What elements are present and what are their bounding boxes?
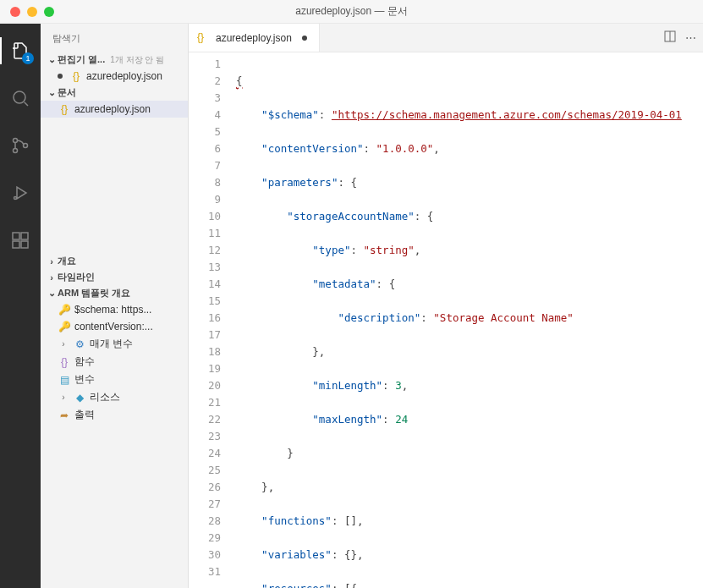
line-number: 29 xyxy=(189,530,221,547)
arm-outline-section[interactable]: ⌄ ARM 템플릿 개요 xyxy=(41,285,188,301)
sidebar-title: 탐색기 xyxy=(41,24,188,52)
more-actions-icon[interactable]: ⋯ xyxy=(685,31,696,44)
code-editor[interactable]: 1 2 3 4 5 6 7 8 9 10 11 12 13 14 15 16 1… xyxy=(189,52,703,588)
line-number: 19 xyxy=(189,360,221,377)
workspace-label: 문서 xyxy=(58,86,76,99)
arm-parameters-label: 매개 변수 xyxy=(90,337,133,351)
line-number: 3 xyxy=(189,90,221,107)
chevron-right-icon: › xyxy=(58,393,69,402)
run-debug-icon[interactable] xyxy=(0,173,41,213)
chevron-right-icon: › xyxy=(58,339,69,349)
line-number: 8 xyxy=(189,174,221,191)
tab-label: azuredeploy.json xyxy=(216,32,292,44)
tab-azuredeploy[interactable]: {} azuredeploy.json xyxy=(189,24,320,52)
unsaved-indicator-icon xyxy=(58,74,63,79)
source-control-icon[interactable] xyxy=(0,125,41,166)
line-number: 15 xyxy=(189,293,221,310)
svg-point-4 xyxy=(14,197,17,200)
line-number: 10 xyxy=(189,208,221,225)
open-editors-label: 편집기 열... xyxy=(58,53,105,66)
arm-item-schema[interactable]: 🔑 $schema: https... xyxy=(41,301,188,318)
line-number: 4 xyxy=(189,107,221,124)
svg-point-2 xyxy=(14,149,18,153)
arm-item-contentversion[interactable]: 🔑 contentVersion:... xyxy=(41,318,188,335)
arm-item-functions[interactable]: {} 함수 xyxy=(41,353,188,371)
sidebar: 탐색기 ⌄ 편집기 열... 1개 저장 안 됨 {} azuredeploy.… xyxy=(41,24,189,588)
arm-variables-label: 변수 xyxy=(74,372,95,387)
line-number: 2 xyxy=(189,73,221,90)
unsaved-indicator-icon xyxy=(302,36,307,41)
chevron-down-icon: ⌄ xyxy=(46,54,58,65)
line-number: 12 xyxy=(189,242,221,259)
arm-item-outputs[interactable]: ➦ 출력 xyxy=(41,406,188,424)
explorer-icon[interactable]: 1 xyxy=(0,30,41,71)
line-number: 28 xyxy=(189,513,221,530)
line-number: 6 xyxy=(189,140,221,157)
line-number: 24 xyxy=(189,445,221,462)
open-editor-file-label: azuredeploy.json xyxy=(86,70,162,82)
arm-contentversion-label: contentVersion:... xyxy=(74,321,153,332)
svg-point-1 xyxy=(14,139,18,143)
window-controls xyxy=(0,7,54,17)
line-number: 13 xyxy=(189,259,221,276)
line-number: 14 xyxy=(189,276,221,293)
arm-outline-label: ARM 템플릿 개요 xyxy=(58,287,130,299)
outputs-icon: ➦ xyxy=(58,409,71,422)
line-number: 20 xyxy=(189,377,221,394)
workspace-file-label: azuredeploy.json xyxy=(74,103,151,115)
workspace-section[interactable]: ⌄ 문서 xyxy=(41,85,188,101)
minimize-window-button[interactable] xyxy=(27,7,37,17)
code-content[interactable]: { "$schema": "https://schema.management.… xyxy=(231,52,703,588)
line-number: 26 xyxy=(189,479,221,496)
svg-rect-6 xyxy=(13,241,19,248)
line-number: 31 xyxy=(189,563,221,580)
arm-schema-label: $schema: https... xyxy=(74,304,151,316)
chevron-right-icon: › xyxy=(46,272,58,283)
line-number: 25 xyxy=(189,462,221,479)
open-editors-hint: 1개 저장 안 됨 xyxy=(110,54,164,66)
svg-rect-8 xyxy=(21,233,28,239)
split-editor-icon[interactable] xyxy=(663,30,677,46)
close-window-button[interactable] xyxy=(10,7,20,17)
extensions-icon[interactable] xyxy=(0,220,41,261)
line-number: 22 xyxy=(189,411,221,428)
variables-icon: ▤ xyxy=(58,373,71,387)
functions-icon: {} xyxy=(58,355,71,369)
outline-section[interactable]: › 개요 xyxy=(41,253,188,269)
line-number: 5 xyxy=(189,124,221,140)
line-number: 17 xyxy=(189,327,221,343)
key-icon: 🔑 xyxy=(58,303,71,316)
svg-point-0 xyxy=(14,91,25,103)
titlebar: azuredeploy.json — 문서 xyxy=(0,0,703,24)
line-number-gutter: 1 2 3 4 5 6 7 8 9 10 11 12 13 14 15 16 1… xyxy=(189,52,231,588)
line-number: 30 xyxy=(189,547,221,563)
line-number: 16 xyxy=(189,310,221,327)
line-number: 21 xyxy=(189,394,221,411)
json-file-icon: {} xyxy=(58,102,71,116)
timeline-label: 타임라인 xyxy=(58,271,95,283)
line-number: 27 xyxy=(189,496,221,513)
arm-item-resources[interactable]: › ◆ 리소스 xyxy=(41,388,188,406)
line-number: 7 xyxy=(189,157,221,174)
open-editors-section[interactable]: ⌄ 편집기 열... 1개 저장 안 됨 xyxy=(41,52,188,68)
timeline-section[interactable]: › 타임라인 xyxy=(41,269,188,285)
workspace-file-item[interactable]: {} azuredeploy.json xyxy=(41,101,188,118)
chevron-down-icon: ⌄ xyxy=(46,288,58,299)
tabs-bar: {} azuredeploy.json ⋯ xyxy=(189,24,703,52)
arm-item-parameters[interactable]: › ⚙ 매개 변수 xyxy=(41,335,188,353)
maximize-window-button[interactable] xyxy=(44,7,54,17)
svg-rect-5 xyxy=(13,233,19,239)
search-icon[interactable] xyxy=(0,78,41,118)
arm-resources-label: 리소스 xyxy=(90,390,120,404)
chevron-right-icon: › xyxy=(46,256,58,267)
line-number: 23 xyxy=(189,428,221,445)
resources-icon: ◆ xyxy=(73,391,86,404)
arm-item-variables[interactable]: ▤ 변수 xyxy=(41,371,188,388)
chevron-down-icon: ⌄ xyxy=(46,87,58,98)
arm-outputs-label: 출력 xyxy=(74,408,95,422)
gear-icon: ⚙ xyxy=(73,338,86,351)
open-editor-item[interactable]: {} azuredeploy.json xyxy=(41,68,188,85)
key-icon: 🔑 xyxy=(58,320,71,333)
window-title: azuredeploy.json — 문서 xyxy=(0,4,703,19)
arm-functions-label: 함수 xyxy=(74,354,95,369)
